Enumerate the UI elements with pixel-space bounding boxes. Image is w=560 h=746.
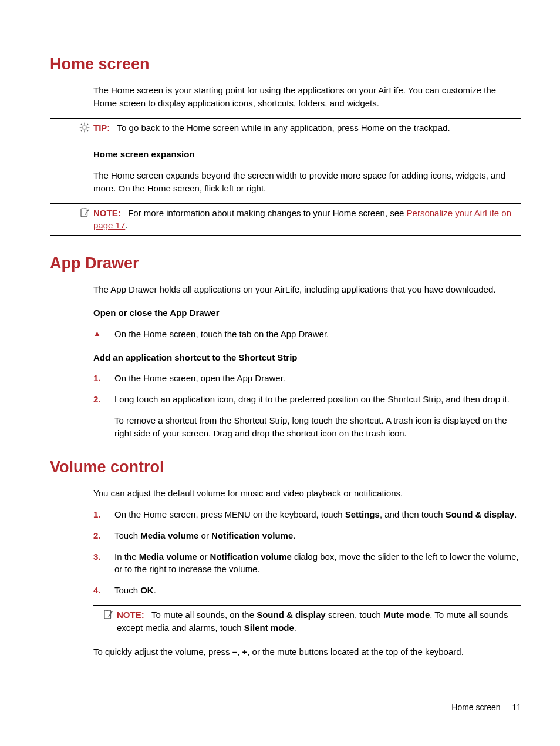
subheading: Open or close the App Drawer	[93, 307, 521, 320]
paragraph: The Home screen expands beyond the scree…	[93, 169, 521, 195]
svg-point-0	[83, 126, 86, 129]
paragraph: To quickly adjust the volume, press –, +…	[93, 646, 521, 658]
subheading: Add an application shortcut to the Short…	[93, 351, 521, 364]
step-text-extra: To remove a shortcut from the Shortcut S…	[114, 414, 521, 440]
step-item: 3. In the Media volume or Notification v…	[93, 550, 521, 576]
step-item: 1. On the Home screen, press MENU on the…	[93, 508, 521, 521]
step-number: 4.	[93, 584, 114, 597]
step-item: 1. On the Home screen, open the App Draw…	[93, 372, 521, 385]
note-label: NOTE:	[117, 610, 144, 620]
tip-callout: TIP: To go back to the Home screen while…	[50, 118, 521, 138]
step-text: On the Home screen, open the App Drawer.	[114, 372, 521, 385]
paragraph: The App Drawer holds all applications on…	[93, 283, 521, 296]
heading-app-drawer: App Drawer	[50, 252, 521, 275]
step-number: 2.	[93, 529, 114, 542]
step-item: 4. Touch OK.	[93, 584, 521, 597]
tip-text: To go back to the Home screen while in a…	[117, 123, 450, 133]
note-text: To mute all sounds, on the Sound & displ…	[117, 610, 508, 633]
svg-line-6	[87, 129, 88, 130]
note-text-post: .	[125, 220, 127, 230]
note-callout: NOTE: To mute all sounds, on the Sound &…	[93, 605, 521, 638]
step-text: Touch Media volume or Notification volum…	[114, 529, 521, 542]
step-number: 3.	[93, 550, 114, 576]
note-icon	[79, 207, 90, 218]
footer-label: Home screen	[451, 703, 500, 712]
step-number: 1.	[93, 372, 114, 385]
tip-icon	[79, 122, 90, 133]
step-item: 2. Long touch an application icon, drag …	[93, 393, 521, 439]
step-number: 2.	[93, 393, 114, 439]
subheading: Home screen expansion	[93, 148, 521, 161]
triangle-bullet-icon: ▲	[93, 328, 114, 341]
bullet-text: On the Home screen, touch the tab on the…	[114, 328, 521, 341]
step-text: Long touch an application icon, drag it …	[114, 393, 521, 439]
tip-label: TIP:	[93, 123, 110, 133]
heading-volume-control: Volume control	[50, 456, 521, 479]
step-text-main: Long touch an application icon, drag it …	[114, 394, 510, 404]
step-number: 1.	[93, 508, 114, 521]
step-text: Touch OK.	[114, 584, 521, 597]
step-text: On the Home screen, press MENU on the ke…	[114, 508, 521, 521]
svg-line-5	[81, 124, 82, 125]
note-label: NOTE:	[93, 208, 121, 218]
bullet-item: ▲ On the Home screen, touch the tab on t…	[93, 328, 521, 341]
note-callout: NOTE: For more information about making …	[50, 203, 521, 236]
paragraph: The Home screen is your starting point f…	[93, 84, 521, 110]
svg-line-8	[87, 124, 88, 125]
page-footer: Home screen 11	[451, 701, 521, 713]
page-number: 11	[512, 703, 521, 712]
document-page: Home screen The Home screen is your star…	[0, 0, 560, 746]
step-item: 2. Touch Media volume or Notification vo…	[93, 529, 521, 542]
heading-home-screen: Home screen	[50, 53, 521, 76]
step-text: In the Media volume or Notification volu…	[114, 550, 521, 576]
paragraph: You can adjust the default volume for mu…	[93, 487, 521, 500]
svg-line-7	[81, 129, 82, 130]
note-icon	[103, 609, 113, 620]
note-text-pre: For more information about making change…	[128, 208, 406, 218]
